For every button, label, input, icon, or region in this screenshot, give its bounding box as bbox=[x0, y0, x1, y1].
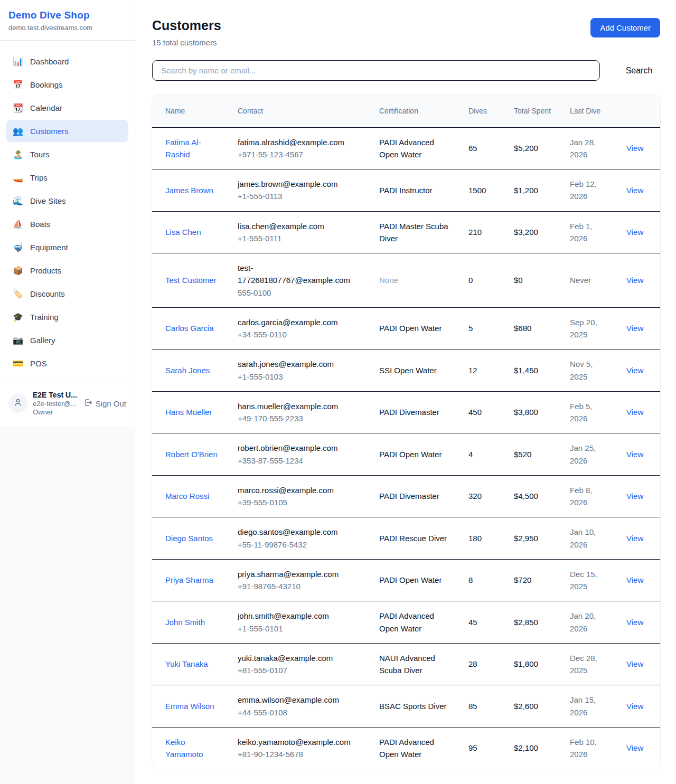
page-subtitle: 15 total customers bbox=[152, 38, 221, 47]
view-link[interactable]: View bbox=[626, 575, 643, 584]
customer-name-cell: Keiko Yamamoto bbox=[152, 727, 229, 769]
last-dive-cell: Jan 20, 2026 bbox=[561, 601, 618, 644]
sign-out-icon bbox=[83, 398, 92, 409]
sidebar-item-customers[interactable]: 👥 Customers bbox=[6, 120, 128, 142]
sidebar-item-training[interactable]: 🎓 Training bbox=[6, 306, 128, 328]
last-dive-cell: Jan 25, 2026 bbox=[561, 433, 618, 476]
view-link[interactable]: View bbox=[626, 492, 643, 500]
view-cell: View bbox=[618, 559, 660, 601]
view-link[interactable]: View bbox=[626, 659, 643, 668]
brand-domain: demo.test.divestreams.com bbox=[8, 24, 126, 32]
customer-name-link[interactable]: Marco Rossi bbox=[165, 492, 209, 500]
add-customer-button[interactable]: Add Customer bbox=[590, 18, 660, 37]
dives-cell: 85 bbox=[460, 685, 505, 728]
certification-cell: PADI Open Water bbox=[371, 433, 460, 476]
sidebar-item-dashboard[interactable]: 📊 Dashboard bbox=[6, 50, 128, 72]
dive-sites-icon: 🌊 bbox=[13, 196, 23, 206]
customer-name-link[interactable]: Diego Santos bbox=[165, 534, 213, 543]
column-header: Contact bbox=[229, 95, 371, 127]
table-row: Test Customer test-1772681807767@example… bbox=[152, 253, 660, 308]
total-spent-cell: $3,200 bbox=[505, 211, 561, 253]
customer-email: sarah.jones@example.com bbox=[238, 358, 362, 370]
column-header: Certification bbox=[371, 95, 460, 127]
customer-name-cell: Sarah Jones bbox=[152, 350, 229, 392]
view-link[interactable]: View bbox=[626, 324, 643, 333]
sign-out-button[interactable]: Sign Out bbox=[83, 398, 126, 409]
customer-name-link[interactable]: Sarah Jones bbox=[165, 366, 210, 375]
customer-name-link[interactable]: Yuki Tanaka bbox=[165, 659, 208, 668]
total-spent-cell: $1,800 bbox=[505, 643, 561, 685]
search-button[interactable]: Search bbox=[618, 62, 660, 80]
sidebar-item-bookings[interactable]: 📅 Bookings bbox=[6, 73, 128, 96]
view-link[interactable]: View bbox=[626, 743, 643, 752]
last-dive-cell: Jan 10, 2026 bbox=[561, 517, 618, 560]
column-header: Last Dive bbox=[561, 95, 618, 127]
sidebar-item-pos[interactable]: 💳 POS bbox=[6, 352, 128, 374]
search-row: Search bbox=[152, 60, 660, 81]
view-link[interactable]: View bbox=[626, 408, 643, 417]
customer-name-link[interactable]: Priya Sharma bbox=[165, 575, 213, 584]
customer-name-cell: Yuki Tanaka bbox=[152, 643, 229, 685]
customer-name-link[interactable]: James Brown bbox=[165, 186, 213, 195]
view-cell: View bbox=[618, 685, 660, 728]
view-link[interactable]: View bbox=[626, 228, 643, 237]
customer-name-cell: Emma Wilson bbox=[152, 685, 229, 728]
last-dive-cell: Nov 5, 2025 bbox=[561, 350, 618, 392]
customer-email: robert.obrien@example.com bbox=[238, 442, 362, 454]
view-link[interactable]: View bbox=[626, 702, 643, 711]
total-spent-cell: $1,450 bbox=[505, 350, 561, 392]
customer-phone: +971-55-123-4567 bbox=[238, 148, 362, 160]
total-spent-cell: $0 bbox=[505, 253, 561, 308]
view-link[interactable]: View bbox=[626, 450, 643, 459]
customers-table: NameContactCertificationDivesTotal Spent… bbox=[152, 95, 660, 769]
sidebar-item-discounts[interactable]: 🏷️ Discounts bbox=[6, 282, 128, 305]
view-link[interactable]: View bbox=[626, 186, 643, 195]
customer-name-cell: John Smith bbox=[152, 601, 229, 644]
column-header: Name bbox=[152, 95, 229, 127]
customer-name-link[interactable]: Fatima Al-Rashid bbox=[165, 138, 201, 159]
sidebar-item-dive-sites[interactable]: 🌊 Dive Sites bbox=[6, 190, 128, 212]
view-cell: View bbox=[618, 601, 660, 644]
dives-cell: 28 bbox=[460, 643, 505, 685]
view-link[interactable]: View bbox=[626, 276, 643, 285]
total-spent-cell: $2,100 bbox=[505, 727, 561, 769]
customer-name-cell: Diego Santos bbox=[152, 517, 229, 560]
last-dive-cell: Feb 1, 2026 bbox=[561, 211, 618, 253]
user-section: E2E Test U... e2e-tester@... Owner Sign … bbox=[0, 383, 135, 428]
customer-name-link[interactable]: Test Customer bbox=[165, 276, 217, 285]
customer-name-link[interactable]: John Smith bbox=[165, 618, 205, 627]
total-spent-cell: $680 bbox=[505, 307, 561, 350]
sidebar-item-trips[interactable]: 🚤 Trips bbox=[6, 166, 128, 188]
search-input[interactable] bbox=[152, 60, 600, 81]
sidebar-item-gallery[interactable]: 📷 Gallery bbox=[6, 329, 128, 351]
view-link[interactable]: View bbox=[626, 618, 643, 627]
dives-cell: 0 bbox=[460, 253, 505, 308]
sidebar-item-tours[interactable]: 🏝️ Tours bbox=[6, 143, 128, 165]
last-dive-cell: Feb 10, 2026 bbox=[561, 727, 618, 769]
certification-cell: PADI Open Water bbox=[371, 307, 460, 350]
sidebar-item-calendar[interactable]: 📆 Calendar bbox=[6, 97, 128, 119]
view-cell: View bbox=[618, 643, 660, 685]
sidebar-item-products[interactable]: 📦 Products bbox=[6, 259, 128, 281]
customer-name-link[interactable]: Keiko Yamamoto bbox=[165, 738, 203, 759]
customer-name-link[interactable]: Robert O'Brien bbox=[165, 450, 218, 459]
customer-name-link[interactable]: Hans Mueller bbox=[165, 408, 212, 417]
customer-phone: +49-170-555-2233 bbox=[238, 412, 362, 424]
table-row: Carlos Garcia carlos.garcia@example.com … bbox=[152, 307, 660, 350]
view-link[interactable]: View bbox=[626, 366, 643, 375]
customer-name-link[interactable]: Lisa Chen bbox=[165, 228, 201, 237]
nav-item-label: Tours bbox=[30, 150, 50, 159]
contact-cell: marco.rossi@example.com +39-555-0105 bbox=[229, 475, 371, 517]
table-row: Priya Sharma priya.sharma@example.com +9… bbox=[152, 559, 660, 601]
boats-icon: ⛵ bbox=[13, 219, 23, 229]
view-link[interactable]: View bbox=[626, 534, 643, 543]
customer-name-link[interactable]: Emma Wilson bbox=[165, 702, 214, 711]
view-link[interactable]: View bbox=[626, 144, 643, 153]
products-icon: 📦 bbox=[13, 266, 23, 276]
customer-email: lisa.chen@example.com bbox=[238, 220, 362, 232]
customer-phone: +39-555-0105 bbox=[238, 496, 362, 508]
table-row: Lisa Chen lisa.chen@example.com +1-555-0… bbox=[152, 211, 660, 253]
sidebar-item-boats[interactable]: ⛵ Boats bbox=[6, 213, 128, 235]
sidebar-item-equipment[interactable]: 🤿 Equipment bbox=[6, 236, 128, 258]
customer-name-link[interactable]: Carlos Garcia bbox=[165, 324, 214, 333]
